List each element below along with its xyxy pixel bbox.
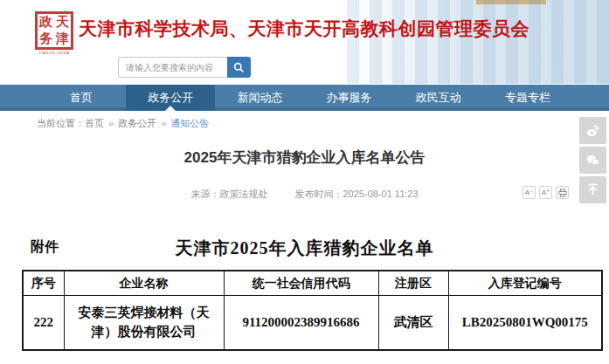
brand: 政 天 务 津 TIANJIN CHINA 天津市科学技术局、天津市天开高教科创… [35, 11, 529, 55]
share-widget [579, 117, 606, 203]
font-decrease-button[interactable]: A⁻ [522, 186, 536, 199]
tianjin-seal-logo: 政 天 务 津 [35, 11, 73, 50]
nav-item-news[interactable]: 新闻动态 [215, 85, 304, 111]
site-header: 政 天 务 津 TIANJIN CHINA 天津市科学技术局、天津市天开高教科创… [0, 0, 609, 85]
cell-credit-code: 911200002389916686 [224, 296, 378, 351]
table-header-row: 序号 企业名称 统一社会信用代码 注册区 入库登记编号 [23, 271, 602, 296]
col-header-credit-code: 统一社会信用代码 [224, 271, 378, 296]
font-increase-button[interactable]: A⁺ [539, 186, 552, 199]
search-icon [233, 62, 245, 73]
site-logo: 政 天 务 津 TIANJIN CHINA [35, 11, 73, 55]
print-button[interactable] [556, 186, 569, 199]
enterprise-table: 序号 企业名称 统一社会信用代码 注册区 入库登记编号 222 安泰三英焊接材料… [22, 270, 603, 351]
attachment-section: 附件 天津市2025年入库猎豹企业名单 序号 企业名称 统一社会信用代码 注册区… [0, 237, 609, 351]
nav-item-special-topics[interactable]: 专题专栏 [483, 85, 572, 111]
col-header-registration-no: 入库登记编号 [448, 271, 602, 296]
seal-caption: TIANJIN CHINA [35, 51, 73, 55]
nav-item-interaction[interactable]: 政民互动 [394, 85, 483, 111]
search-button[interactable] [227, 57, 251, 78]
nav-item-home[interactable]: 首页 [37, 85, 126, 111]
attachment-label: 附件 [31, 238, 59, 257]
active-tab-notch [165, 106, 176, 111]
cell-index: 222 [23, 296, 64, 351]
breadcrumb-government-info[interactable]: 政务公开 [118, 118, 156, 128]
search-bar [118, 57, 251, 78]
wechat-icon [585, 153, 600, 168]
col-header-district: 注册区 [378, 271, 448, 296]
cell-company-name: 安泰三英焊接材料（天津）股份有限公司 [64, 296, 224, 351]
cell-registration-no: LB20250801WQ00175 [448, 296, 602, 351]
article-tools: A⁻ A⁺ [522, 186, 569, 199]
share-wechat-button[interactable] [579, 147, 606, 174]
share-weibo-button[interactable] [579, 117, 606, 144]
col-header-company: 企业名称 [64, 271, 224, 296]
cell-district: 武清区 [378, 296, 448, 351]
article-source: 来源：政策法规处 [190, 189, 267, 199]
nav-item-government-info[interactable]: 政务公开 [126, 85, 215, 111]
breadcrumb-notices[interactable]: 通知公告 [170, 118, 209, 128]
breadcrumb: 当前位置：首页»政务公开»通知公告 [0, 111, 609, 135]
weibo-icon [585, 123, 600, 138]
top-accent-bar [476, 0, 546, 4]
nav-item-services[interactable]: 办事服务 [305, 85, 394, 111]
article-meta: 来源：政策法规处 发布时间：2025-08-01 11:23 A⁻ A⁺ [0, 188, 609, 202]
article-publish-time: 发布时间：2025-08-01 11:23 [295, 189, 419, 199]
arrow-up-icon [585, 182, 600, 197]
breadcrumb-prefix: 当前位置： [37, 118, 85, 128]
article-title: 2025年天津市猎豹企业入库名单公告 [0, 148, 609, 168]
printer-icon [558, 189, 567, 197]
document-title: 天津市2025年入库猎豹企业名单 [0, 237, 609, 260]
main-nav: 首页 政务公开 新闻动态 办事服务 政民互动 专题专栏 [0, 85, 609, 111]
breadcrumb-home[interactable]: 首页 [85, 118, 104, 128]
table-row: 222 安泰三英焊接材料（天津）股份有限公司 91120000238991668… [23, 296, 602, 351]
search-input[interactable] [118, 57, 227, 78]
col-header-index: 序号 [23, 271, 64, 296]
site-title: 天津市科学技术局、天津市天开高教科创园管理委员会 [79, 17, 529, 41]
back-to-top-button[interactable] [579, 176, 606, 203]
